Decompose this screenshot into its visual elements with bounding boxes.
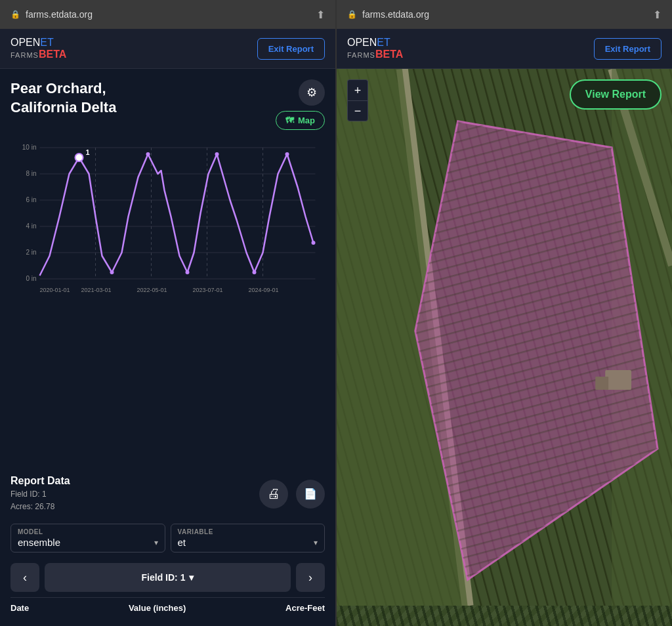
logo-open-left: OPEN	[10, 37, 40, 48]
logo-farms-left: FARMS	[10, 51, 39, 59]
zoom-in-button[interactable]: +	[347, 79, 368, 100]
y-label-8: 8 in	[26, 170, 36, 177]
chart-container: 10 in 8 in 6 in 4 in 2 in 0 in	[10, 138, 325, 462]
logo-net-left: ET	[40, 37, 53, 48]
col-value: Value (inches)	[129, 603, 186, 613]
lock-icon-right: 🔒	[347, 10, 357, 19]
col-date: Date	[10, 603, 29, 613]
x-label-2024: 2024-09-01	[249, 287, 279, 293]
data-point-4	[186, 270, 190, 274]
field-id-text: Field ID: 1	[10, 488, 70, 501]
table-header: Date Value (inches) Acre-Feet	[10, 597, 325, 616]
x-label-2023: 2023-07-01	[193, 287, 223, 293]
print-icon: 🖨	[267, 486, 280, 501]
variable-label: VARIABLE	[178, 528, 318, 535]
model-chevron: ▾	[154, 538, 158, 547]
share-icon-left[interactable]: ⬆	[316, 9, 325, 21]
field-nav: ‹ Field ID: 1 ▾ ›	[10, 563, 325, 592]
report-icons: 🖨 📄	[259, 480, 325, 509]
zoom-out-button[interactable]: −	[347, 100, 368, 121]
y-label-4: 4 in	[26, 222, 36, 230]
url-right: farms.etdata.org	[362, 9, 429, 20]
x-label-2020: 2020-01-01	[40, 287, 70, 293]
left-arrow-icon: ‹	[23, 571, 27, 585]
field-id-chevron: ▾	[189, 572, 194, 583]
col-acrefeet: Acre-Feet	[285, 603, 325, 613]
map-icon: 🗺	[285, 115, 294, 125]
data-point-8	[312, 241, 316, 245]
field-title: Pear Orchard,California Delta	[10, 79, 116, 117]
data-point-6	[253, 270, 257, 274]
variable-chevron: ▾	[314, 538, 318, 547]
y-label-10: 10 in	[22, 144, 37, 151]
tooltip-dot	[75, 154, 83, 161]
exit-report-button-left[interactable]: Exit Report	[257, 38, 325, 60]
csv-icon: 📄	[304, 488, 317, 500]
prev-field-button[interactable]: ‹	[10, 563, 39, 592]
tooltip-label: 1	[86, 148, 90, 156]
data-point-7	[285, 152, 289, 156]
exit-report-button-right[interactable]: Exit Report	[594, 38, 662, 60]
view-report-button[interactable]: View Report	[570, 79, 662, 110]
left-app-header: OPENET FARMSBETA Exit Report	[0, 29, 335, 69]
field-id-selector[interactable]: Field ID: 1 ▾	[45, 563, 291, 592]
svg-rect-22	[595, 377, 608, 390]
logo-beta-left: BETA	[39, 49, 66, 60]
lock-icon-left: 🔒	[10, 10, 20, 19]
variable-dropdown[interactable]: VARIABLE et ▾	[171, 524, 326, 553]
model-value: ensemble	[18, 537, 60, 548]
print-button[interactable]: 🖨	[259, 480, 288, 509]
map-container: + − View Report	[337, 69, 672, 626]
settings-button[interactable]: ⚙	[299, 79, 325, 106]
next-field-button[interactable]: ›	[296, 563, 325, 592]
right-app-header: OPENET FARMSBETA Exit Report	[337, 29, 672, 69]
field-id-value: Field ID: 1	[142, 572, 186, 583]
acres-text: Acres: 26.78	[10, 501, 70, 513]
chart-line	[40, 154, 314, 276]
dropdowns-row: MODEL ensemble ▾ VARIABLE et ▾	[10, 524, 325, 553]
logo-right: OPENET FARMSBETA	[347, 37, 403, 60]
map-button[interactable]: 🗺 Map	[276, 111, 325, 130]
model-dropdown[interactable]: MODEL ensemble ▾	[10, 524, 165, 553]
logo-net-right: ET	[377, 37, 390, 48]
address-bar-right: 🔒 farms.etdata.org ⬆	[337, 0, 672, 29]
header-actions: ⚙ 🗺 Map	[276, 79, 325, 130]
field-header: Pear Orchard,California Delta ⚙ 🗺 Map	[10, 79, 325, 130]
right-arrow-icon: ›	[308, 571, 312, 585]
logo-beta-right: BETA	[375, 49, 403, 60]
variable-value: et	[178, 537, 186, 548]
model-label: MODEL	[18, 528, 158, 535]
svg-rect-21	[605, 370, 631, 390]
y-label-0: 0 in	[26, 275, 36, 282]
share-icon-right[interactable]: ⬆	[653, 9, 662, 21]
y-label-6: 6 in	[26, 196, 36, 203]
satellite-map: + − View Report	[337, 69, 672, 626]
y-label-2: 2 in	[26, 249, 36, 256]
data-point-2	[110, 270, 114, 274]
map-controls: + −	[347, 79, 368, 121]
gear-icon: ⚙	[306, 85, 317, 100]
data-point-3	[146, 152, 150, 156]
data-point-5	[215, 152, 219, 156]
x-label-2022: 2022-05-01	[137, 287, 167, 293]
field-svg	[337, 69, 672, 606]
x-label-2021: 2021-03-01	[81, 287, 112, 293]
url-left: farms.etdata.org	[26, 9, 93, 20]
address-bar-left: 🔒 farms.etdata.org ⬆	[0, 0, 335, 29]
report-data-title: Report Data	[10, 475, 70, 487]
csv-button[interactable]: 📄	[296, 480, 325, 509]
chart-svg: 10 in 8 in 6 in 4 in 2 in 0 in	[10, 138, 325, 308]
logo-farms-right: FARMS	[347, 51, 375, 59]
report-data-section: Report Data Field ID: 1 Acres: 26.78 🖨 📄	[10, 467, 325, 518]
logo-open-right: OPEN	[347, 37, 377, 48]
logo-left: OPENET FARMSBETA	[10, 37, 66, 60]
